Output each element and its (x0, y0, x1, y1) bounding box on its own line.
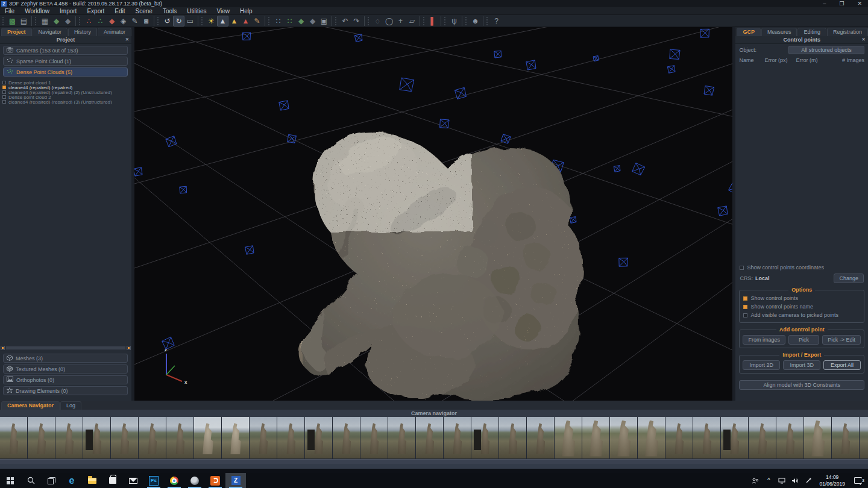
checkbox-icon[interactable] (743, 305, 747, 309)
people-icon[interactable] (749, 478, 761, 484)
camera-thumbnail[interactable] (610, 417, 637, 458)
tree-item-checkbox[interactable] (2, 100, 6, 104)
tree-item-checkbox[interactable] (2, 86, 6, 89)
camera-frustum[interactable] (593, 56, 599, 61)
camera-thumbnail[interactable] (499, 417, 526, 458)
camera-thumbnail[interactable] (471, 417, 498, 458)
thumbnail-scrollbar[interactable] (0, 459, 868, 473)
camera-thumbnail[interactable] (582, 417, 609, 458)
tree-item-checkbox[interactable] (2, 81, 6, 84)
scroll-left-icon[interactable] (1, 346, 5, 350)
photoshop-icon[interactable]: Ps (143, 473, 164, 488)
camera-thumbnail[interactable] (638, 417, 665, 458)
tab-camera-navigator[interactable]: Camera Navigator (1, 401, 60, 410)
close-panel-icon[interactable]: ✕ (861, 37, 866, 42)
tab-navigator[interactable]: Navigator (33, 28, 68, 36)
controlpoints-list[interactable] (735, 66, 868, 263)
camera-frustum[interactable] (667, 66, 675, 74)
redo-icon[interactable]: ↷ (351, 16, 362, 27)
camera-thumbnail[interactable] (665, 417, 693, 458)
structured-cloud-icon[interactable]: ◆ (51, 16, 62, 27)
camera-thumbnail[interactable] (693, 417, 720, 458)
crs-change-button[interactable]: Change (834, 274, 864, 283)
camera-frustum[interactable] (397, 75, 415, 93)
search-icon[interactable] (20, 473, 41, 488)
menu-tools[interactable]: Tools (163, 7, 177, 15)
menu-scene[interactable]: Scene (136, 7, 153, 15)
camera-frustum[interactable] (618, 257, 629, 268)
camera-thumbnail[interactable] (555, 417, 582, 458)
tab-project[interactable]: Project (1, 28, 32, 36)
tab-log[interactable]: Log (60, 401, 81, 410)
close-panel-icon[interactable]: ✕ (125, 37, 129, 42)
camera-thumbnail[interactable] (860, 417, 868, 458)
camera-frustum[interactable] (726, 176, 732, 199)
undo-icon[interactable]: ↶ (339, 16, 351, 27)
camera-thumbnail[interactable] (804, 417, 831, 458)
action-center-icon[interactable]: 3 (850, 477, 866, 484)
tree-item[interactable]: Dense point cloud 1 (2, 80, 131, 85)
camera-thumbnail[interactable] (139, 417, 166, 458)
tab-history[interactable]: History (68, 28, 97, 36)
orbit-constrained-icon[interactable]: ↻ (173, 16, 184, 27)
dense-point-clouds-5-button[interactable]: Dense Point Clouds (5) (3, 67, 128, 77)
camera-frustum[interactable] (631, 161, 646, 177)
tree-item[interactable]: cleaned4 (repaired) (repaired) (2, 85, 131, 90)
select-points-icon[interactable]: ∷ (272, 16, 284, 27)
task-view-icon[interactable] (41, 473, 61, 488)
left-panel-hscrollbar[interactable] (1, 345, 131, 351)
camera-frustum[interactable] (166, 136, 177, 147)
camera-thumbnail[interactable] (527, 417, 554, 458)
camera-thumbnail[interactable] (194, 417, 221, 458)
mesh-extraction-icon[interactable]: ◆ (106, 16, 118, 27)
tab-measures[interactable]: Measures (761, 28, 797, 36)
camera-thumbnail[interactable] (305, 417, 332, 458)
checkbox-icon[interactable] (743, 296, 747, 301)
tree-item[interactable]: Dense point cloud 2 (2, 95, 131, 99)
edge-icon[interactable]: e (61, 473, 82, 488)
dense-points-icon[interactable]: ∴ (95, 16, 106, 27)
camera-thumbnail[interactable] (0, 417, 27, 458)
camera-thumbnail[interactable] (388, 417, 415, 458)
camera-thumbnail[interactable] (333, 417, 360, 458)
export-all-button[interactable]: Export All (823, 360, 861, 370)
lasso-select-icon[interactable]: ◌ (372, 16, 383, 27)
sparse-point-cloud-1-button[interactable]: Sparse Point Cloud (1) (3, 57, 128, 66)
from-images-button[interactable]: From images (743, 335, 785, 345)
camera-frustum[interactable] (494, 50, 502, 58)
sparse-points-icon[interactable]: ∴ (83, 16, 95, 27)
pick-button[interactable]: Pick (788, 335, 819, 345)
pick-edit-button[interactable]: Pick -> Edit (822, 335, 861, 345)
menu-utilities[interactable]: Utilities (187, 7, 206, 15)
pen-icon[interactable] (802, 478, 814, 484)
menu-export[interactable]: Export (87, 7, 104, 15)
camera-thumbnail[interactable] (250, 417, 277, 458)
menu-import[interactable]: Import (60, 7, 77, 15)
camera-frustum[interactable] (699, 28, 711, 39)
close-button[interactable]: ✕ (857, 1, 862, 7)
camera-thumbnail[interactable] (721, 417, 748, 458)
camera-frustum[interactable] (245, 246, 254, 254)
tab-animator[interactable]: Animator (98, 28, 131, 36)
menu-workflow[interactable]: Workflow (25, 7, 49, 15)
menu-edit[interactable]: Edit (115, 7, 125, 15)
checkbox-icon[interactable] (743, 313, 747, 318)
select-points-green-icon[interactable]: ∷ (284, 16, 295, 27)
tab-editing[interactable]: Editing (797, 28, 826, 36)
camera-frustum[interactable] (242, 31, 252, 42)
cameras-153-out-of-153-button[interactable]: Cameras (153 out of 153) (3, 46, 128, 55)
meshes-3-button[interactable]: Meshes (3) (3, 354, 128, 363)
minimize-button[interactable]: – (823, 1, 826, 7)
camera-thumbnail[interactable] (444, 417, 471, 458)
camera-thumbnail[interactable] (222, 417, 249, 458)
mail-icon[interactable] (123, 473, 143, 488)
camera-thumbnail[interactable] (55, 417, 83, 458)
file-explorer-icon[interactable] (82, 473, 102, 488)
mask-icon[interactable]: ☻ (470, 16, 481, 27)
gray-cube-icon[interactable]: ◆ (307, 16, 318, 27)
screenshot-icon[interactable]: ◙ (140, 16, 152, 27)
start-button[interactable] (0, 473, 20, 488)
taskbar-clock[interactable]: 14:09 01/06/2019 (816, 474, 849, 486)
camera-frustum[interactable] (703, 84, 715, 97)
manual-select-icon[interactable]: + (395, 16, 406, 27)
